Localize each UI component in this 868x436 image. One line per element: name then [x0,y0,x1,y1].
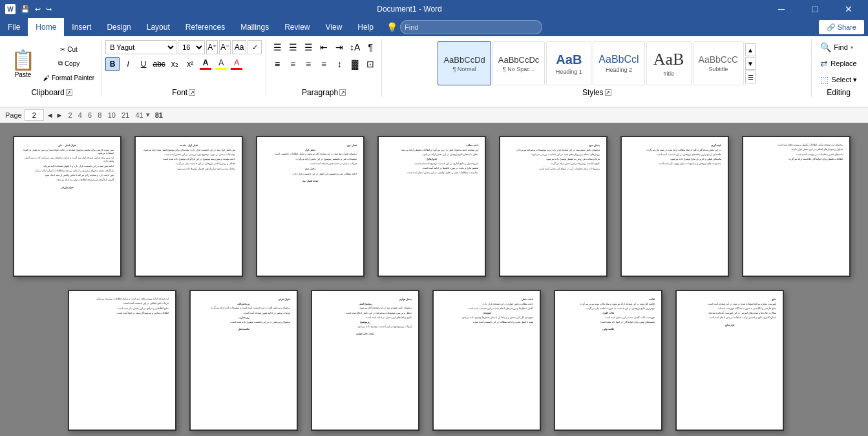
para-row-2: ≡ ≡ ≡ ≡ ↕ ▓ ⊡ [270,57,377,71]
share-button[interactable]: 🔗 Share [819,20,864,34]
superscript-button[interactable]: x² [183,57,197,71]
increase-indent-button[interactable]: ⇥ [332,40,346,54]
style-no-space[interactable]: AaBbCcDc ¶ No Spac... [492,41,545,85]
nav-page-input[interactable] [25,109,44,121]
subscript-button[interactable]: x₂ [167,57,182,71]
nav-arrow-right[interactable]: ► [56,111,63,119]
line-spacing-button[interactable]: ↕ [332,57,346,71]
page-5[interactable]: بخش سوم محتوای بخش سوم سند در این صفحه ق… [499,136,608,277]
format-painter-button[interactable]: 🖌 Format Painter [41,71,97,84]
sort-button[interactable]: ↕A [348,40,362,54]
borders-button[interactable]: ⊡ [363,57,377,71]
quick-access-redo[interactable]: ↪ [46,5,52,14]
menu-design[interactable]: Design [99,18,138,36]
clipboard-expand[interactable]: ↗ [66,89,72,96]
align-left-button[interactable]: ≡ [270,57,284,71]
change-case-button[interactable]: Aa [232,40,246,54]
page-13[interactable]: منابع فهرست منابع و مراجع استفاده شده در… [675,290,784,431]
multilevel-button[interactable]: ☰ [301,40,315,54]
shading-button[interactable]: ▓ [348,57,362,71]
menu-review[interactable]: Review [277,18,317,36]
style-subtitle[interactable]: AaBbCcC Subtitle [693,41,744,85]
decrease-font-size-button[interactable]: A⁻ [219,40,231,54]
menu-insert[interactable]: Insert [64,18,99,36]
copy-button[interactable]: ⧉ Copy [41,57,97,70]
replace-button[interactable]: ⇄ Replace [816,56,861,71]
styles-expand[interactable]: ↗ [605,89,611,96]
styles-scroll-up[interactable]: ▲ [745,43,756,56]
style-heading2[interactable]: AaBbCcl Heading 2 [593,41,644,85]
style-title[interactable]: AaB Title [646,41,692,85]
page-1[interactable]: عنوان اصلی - متن متن نمونه فارسی برای نم… [13,136,122,277]
page-8[interactable]: این صفحه ادامه پیوست‌های سند است و شامل … [68,290,176,431]
page-4[interactable]: ادامه مطلب این صفحه ادامه محتوای قبلی را… [377,136,486,277]
numbering-button[interactable]: ☰ [286,40,300,54]
paragraph-group: ☰ ☰ ☰ ⇤ ⇥ ↕A ¶ ≡ ≡ ≡ ≡ ↕ ▓ ⊡ [266,39,382,97]
font-color2-icon: A [234,58,239,67]
page-7[interactable]: محتوای این صفحه شامل اطلاعات تکمیلی و پی… [742,136,851,277]
menu-layout[interactable]: Layout [139,18,178,36]
menu-help[interactable]: Help [350,18,381,36]
strikethrough-button[interactable]: abc [152,57,166,71]
quick-access-save[interactable]: 💾 [21,5,30,14]
show-marks-button[interactable]: ¶ [363,40,377,54]
tell-me-input[interactable] [400,20,542,34]
clear-formatting-button[interactable]: ✓ [248,40,262,54]
italic-button[interactable]: I [121,57,135,71]
menu-file[interactable]: File [0,18,28,36]
font-color-icon: A [203,58,209,67]
menu-view[interactable]: View [318,18,350,36]
find-button[interactable]: 🔍 Find ▾ [816,40,857,54]
page-3[interactable]: فصل دوم بخش اول محتوای فصل دوم سند در ای… [256,136,365,277]
page-9[interactable]: عنوان فرعی زیربخش الف محتوای زیربخش الف … [189,290,298,431]
styles-more[interactable]: ☰ [745,71,756,83]
highlight-button[interactable]: A [214,57,228,71]
paragraph-expand[interactable]: ↗ [339,89,346,96]
close-button[interactable]: ✕ [834,0,863,18]
underline-button[interactable]: U [136,57,151,71]
page-6[interactable]: نتیجه‌گیری در این بخش نتیجه‌گیری کلی از … [620,136,729,277]
menu-home[interactable]: Home [28,18,64,36]
styles-scroll-down[interactable]: ▼ [745,57,756,70]
styles-gallery: AaBbCcDd ¶ Normal AaBbCcDc ¶ No Spac... … [438,39,756,88]
minimize-button[interactable]: ─ [767,0,796,18]
quick-access-undo[interactable]: ↩ [35,5,41,14]
page-12[interactable]: خلاصه خلاصه کلی سند در این صفحه ارائه می… [554,290,662,431]
decrease-indent-button[interactable]: ⇤ [317,40,331,54]
bold-button[interactable]: B [105,57,120,71]
page-2[interactable]: فصل اول - مقدمه متن فصل اول سند در این ق… [134,136,243,277]
font-buttons: B Yagut 16 A⁺ A⁻ Aa ✓ B I U abc x₂ x² [105,39,262,88]
maximize-button[interactable]: □ [801,0,829,18]
highlight-color-indicator [215,68,227,70]
style-heading1[interactable]: AaB Heading 1 [546,41,591,85]
nav-arrow-left[interactable]: ◄ [47,111,54,119]
justify-button[interactable]: ≡ [317,57,331,71]
style-h2-label: Heading 2 [606,67,632,73]
font-name-select[interactable]: B Yagut [105,40,176,54]
font-label-row: Font ↗ [105,88,262,97]
font-expand[interactable]: ↗ [189,89,195,96]
cut-button[interactable]: ✂ Cut [41,43,97,56]
page-11[interactable]: ادامه بخش ادامه مطالب بخش چهارم در این ص… [432,290,541,431]
nav-total: 81 [155,111,163,119]
page-10[interactable]: بخش چهارم موضوع اصلی محتوای بخش چهارم سن… [311,290,419,431]
paste-label: Paste [15,71,32,78]
select-button[interactable]: ⬚ Select ▾ [816,72,862,87]
cut-icon: ✂ [60,46,65,53]
editing-label: Editing [827,88,851,97]
font-color2-button[interactable]: A [229,57,244,71]
paste-button[interactable]: 📋 Paste [6,40,39,87]
style-normal[interactable]: AaBbCcDd ¶ Normal [438,41,491,85]
font-size-select[interactable]: 16 [178,40,205,54]
styles-scroll-buttons: ▲ ▼ ☰ [745,43,756,83]
increase-font-size-button[interactable]: A⁺ [206,40,218,54]
font-color-button[interactable]: A [198,57,213,71]
document-area[interactable]: عنوان اصلی - متن متن نمونه فارسی برای نم… [0,123,868,436]
nav-numbers: 2 4 6 8 10 21 41 [68,111,143,119]
menu-references[interactable]: References [178,18,233,36]
bullets-button[interactable]: ☰ [270,40,284,54]
align-center-button[interactable]: ≡ [286,57,300,71]
page-8-content: این صفحه ادامه پیوست‌های سند است و شامل … [76,298,169,315]
menu-mailings[interactable]: Mailings [233,18,277,36]
align-right-button[interactable]: ≡ [301,57,315,71]
